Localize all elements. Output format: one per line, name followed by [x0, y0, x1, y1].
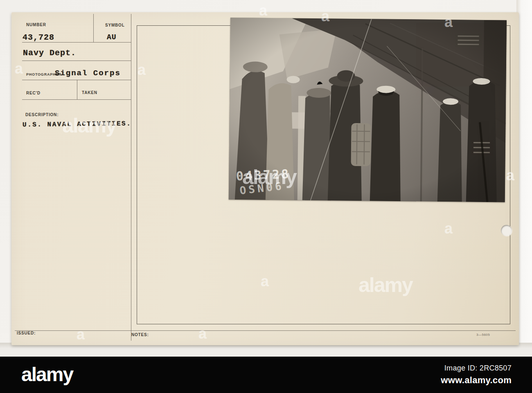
number-value: 43,728 [23, 33, 54, 42]
issued-label: ISSUED: [17, 331, 36, 335]
footer-meta: Image ID: 2RC8507 www.alamy.com [441, 364, 512, 386]
hole-punch [501, 225, 512, 236]
image-id-text: Image ID: 2RC8507 [441, 364, 512, 373]
number-label: NUMBER [26, 22, 46, 27]
rule-under-photographer [22, 80, 131, 80]
alamy-logo: alamy [21, 363, 73, 386]
recd-label: REC'D [26, 91, 41, 95]
rule-issued-notes [15, 330, 516, 331]
description-value: U.S. NAVAL ACTIVITIES. [23, 120, 131, 129]
divider-recd-taken [77, 80, 77, 99]
print-code: 3—5605 [476, 333, 490, 337]
rule-under-number [22, 42, 131, 43]
rule-under-recd [22, 99, 131, 100]
attached-photograph: 043728 OSN06 [229, 18, 507, 202]
photographer-value: Signal Corps [55, 69, 121, 78]
agency-value: Navy Dept. [23, 48, 76, 58]
taken-label: TAKEN [82, 90, 97, 95]
divider-left-column [131, 14, 131, 341]
alamy-footer-bar: alamy Image ID: 2RC8507 www.alamy.com [0, 357, 532, 393]
divider-number-symbol [93, 14, 94, 42]
alamy-url-text: www.alamy.com [441, 375, 512, 386]
photo-illustration: 043728 OSN06 [229, 18, 507, 202]
notes-label: NOTES: [131, 332, 149, 337]
description-label: DESCRIPTION: [25, 112, 59, 117]
symbol-value: AU [107, 33, 117, 41]
symbol-label: SYMBOL [105, 23, 125, 27]
rule-under-agency [22, 61, 131, 61]
archive-card: NUMBER SYMBOL PHOTOGRAPHER REC'D TAKEN D… [11, 12, 519, 345]
